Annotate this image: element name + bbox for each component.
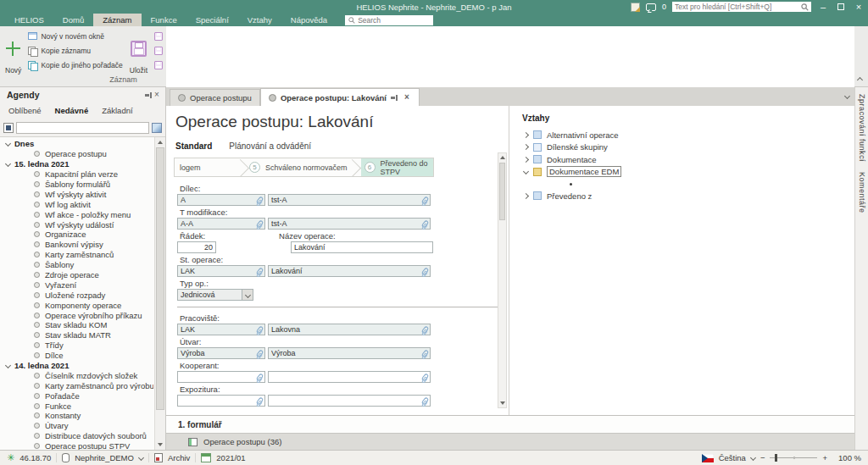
link-icon[interactable]: [256, 396, 264, 405]
new-in-window-button[interactable]: Nový v novém okně: [25, 29, 125, 43]
new-button[interactable]: Nový: [3, 28, 24, 75]
slider-thumb[interactable]: [775, 454, 777, 462]
pracoviste-name-field[interactable]: Lakovna: [268, 324, 431, 335]
sidebar-tab-nedavne[interactable]: Nedávné: [55, 106, 89, 115]
sidebar-item[interactable]: Dílce: [0, 351, 153, 361]
sidebar-item[interactable]: Vyřazení: [0, 280, 153, 290]
sidebar-item[interactable]: Zdroje operace: [0, 270, 153, 280]
sidebar-item[interactable]: Operace postupu: [0, 149, 153, 159]
chevron-right-icon[interactable]: [523, 157, 529, 163]
zoom-slider[interactable]: [770, 454, 817, 462]
scrollbar-thumb[interactable]: [156, 147, 164, 410]
sidebar-group-dnes[interactable]: Dnes: [0, 139, 153, 149]
ribbon-tab-funkce[interactable]: Funkce: [142, 14, 186, 26]
ribbon-tab-zaznam[interactable]: Záznam: [93, 14, 141, 26]
utvar-name-field[interactable]: Výroba: [268, 347, 431, 359]
sidebar-item[interactable]: Uložené rozpady: [0, 290, 153, 300]
chevron-right-icon[interactable]: [523, 144, 529, 150]
ribbon-tab-vztahy[interactable]: Vztahy: [238, 14, 281, 26]
form-tab-standard[interactable]: Standard: [175, 141, 212, 151]
expozitura-name-field[interactable]: [268, 395, 431, 407]
chevron-right-icon[interactable]: [523, 132, 529, 138]
minimize-button[interactable]: –: [817, 1, 829, 13]
pin-icon[interactable]: [391, 94, 398, 102]
relation-item[interactable]: Převedeno z: [522, 190, 854, 202]
language-label[interactable]: Čeština: [719, 453, 746, 462]
zoom-out-button[interactable]: −: [760, 453, 765, 462]
chevron-down-icon[interactable]: [523, 169, 529, 174]
maximize-button[interactable]: [835, 1, 847, 13]
pin-icon[interactable]: [145, 91, 153, 99]
form-section-header[interactable]: 1. formulář: [166, 415, 854, 433]
link-icon[interactable]: [256, 373, 264, 381]
sidebar-group-14-ledna[interactable]: 14. ledna 2021: [0, 361, 153, 371]
nazev-operace-field[interactable]: Lakování: [291, 241, 433, 253]
ribbon-search-box[interactable]: [345, 15, 433, 25]
sidebar-item[interactable]: Operace výrobního příkazu: [0, 310, 153, 320]
dock-tab-komentare[interactable]: Komentáře: [858, 172, 866, 213]
t-modifikace-code-field[interactable]: A-A: [177, 218, 265, 230]
relation-child-item[interactable]: [522, 178, 854, 190]
zoom-in-button[interactable]: +: [822, 453, 827, 462]
dilec-code-field[interactable]: A: [177, 194, 265, 206]
scroll-up-icon[interactable]: [157, 139, 164, 146]
sidebar-item[interactable]: Operace postupu STPV: [0, 441, 153, 450]
dock-tab-zpracovani-funkci[interactable]: Zpracování funkcí: [858, 94, 866, 162]
copy-record-button[interactable]: Kopie záznamu: [25, 43, 125, 58]
close-button[interactable]: ×: [853, 1, 865, 13]
expozitura-code-field[interactable]: [177, 395, 265, 407]
sidebar-item[interactable]: Třídy: [0, 340, 153, 351]
radek-field[interactable]: 20: [177, 241, 216, 253]
sidebar-item[interactable]: Pořadače: [0, 390, 153, 401]
sidebar-tab-zakladni[interactable]: Základní: [102, 106, 132, 115]
scroll-down-icon[interactable]: [499, 400, 506, 407]
sidebar-item[interactable]: Karty zaměstnanců pro výrobu: [0, 380, 153, 390]
tab-list-dropdown-icon[interactable]: [844, 93, 850, 99]
archive-label[interactable]: Archiv: [168, 453, 190, 462]
sidebar-item[interactable]: Kapacitní plán verze: [0, 169, 153, 180]
close-icon[interactable]: ×: [153, 91, 161, 99]
pracoviste-code-field[interactable]: LAK: [177, 324, 265, 335]
global-search-box[interactable]: [672, 2, 811, 12]
relation-item[interactable]: Dílenské skupiny: [522, 141, 854, 154]
ribbon-search-input[interactable]: [358, 16, 430, 25]
sidebar-item[interactable]: Číselník mzdových složek: [0, 370, 153, 380]
sidebar-item[interactable]: Wf výskyty událostí: [0, 219, 153, 230]
st-operace-name-field[interactable]: Lakování: [268, 265, 431, 277]
sidebar-item[interactable]: Šablony formulářů: [0, 180, 153, 190]
link-icon[interactable]: [421, 396, 430, 405]
sidebar-scrollbar[interactable]: [154, 137, 165, 450]
bottom-record-tab[interactable]: Operace postupu (36): [166, 433, 854, 450]
sidebar-item[interactable]: Wf log aktivit: [0, 199, 153, 209]
st-operace-code-field[interactable]: LAK: [177, 265, 265, 277]
sidebar-item[interactable]: Organizace: [0, 230, 153, 240]
scroll-down-icon[interactable]: [157, 441, 164, 448]
sidebar-item[interactable]: Wf výskyty aktivit: [0, 189, 153, 199]
form-tab-planovani[interactable]: Plánování a odvádění: [229, 141, 311, 151]
close-tab-icon[interactable]: ×: [403, 93, 411, 102]
kooperant-code-field[interactable]: [177, 371, 265, 383]
search-scope-icon[interactable]: [3, 123, 14, 133]
sidebar-filter-input[interactable]: [16, 122, 149, 134]
ribbon-tab-napoveda[interactable]: Nápověda: [281, 14, 337, 26]
ribbon-tab-domu[interactable]: Domů: [53, 14, 93, 26]
ribbon-tab-specialni[interactable]: Speciální: [186, 14, 238, 26]
sidebar-item[interactable]: Bankovní výpisy: [0, 240, 153, 250]
sidebar-item[interactable]: Funkce: [0, 401, 153, 411]
form-scrollbar[interactable]: [498, 152, 507, 408]
sidebar-item[interactable]: Útvary: [0, 421, 153, 431]
chevron-down-icon[interactable]: [138, 455, 144, 461]
utvar-code-field[interactable]: Výroba: [177, 347, 265, 359]
sidebar-item[interactable]: Distribuce datových souborů: [0, 431, 153, 441]
chevron-down-icon[interactable]: [750, 455, 756, 461]
database-label[interactable]: Nephrite_DEMO: [75, 453, 134, 462]
filter-icon[interactable]: [152, 123, 162, 133]
sidebar-item[interactable]: Wf akce - položky menu: [0, 209, 153, 219]
scroll-up-icon[interactable]: [499, 154, 506, 161]
typ-op-dropdown[interactable]: Jednicová: [177, 289, 253, 301]
period-label[interactable]: 2021/01: [216, 453, 245, 462]
sidebar-tab-oblibene[interactable]: Oblíbené: [8, 106, 42, 115]
sidebar-item[interactable]: Komponenty operace: [0, 300, 153, 310]
dropdown-button[interactable]: [242, 290, 253, 300]
copy-to-folder-button[interactable]: Kopie do jiného pořadače: [25, 58, 125, 72]
